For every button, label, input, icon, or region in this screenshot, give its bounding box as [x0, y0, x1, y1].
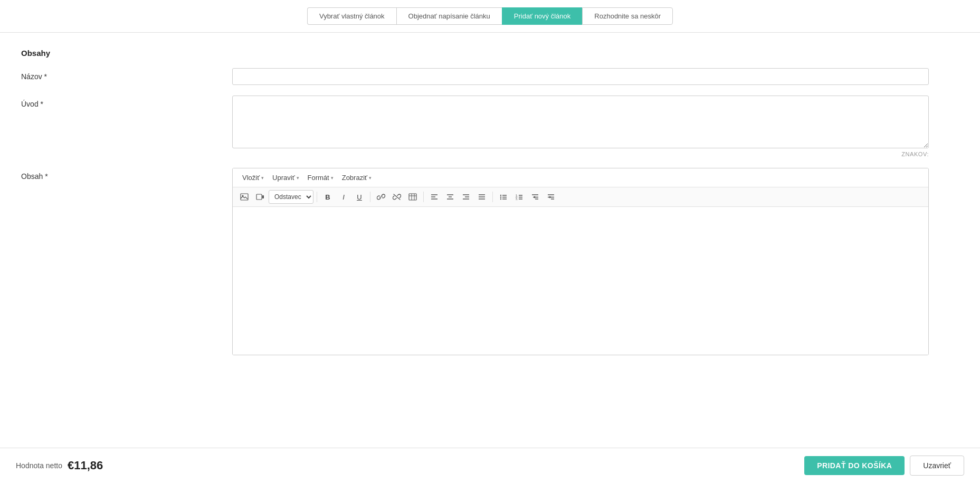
- rte-justify-button[interactable]: [474, 190, 489, 204]
- rte-separator-3: [423, 192, 424, 202]
- znakov-label: ZNAKOV:: [232, 151, 929, 157]
- section-title: Obsahy: [21, 49, 929, 58]
- svg-point-24: [500, 198, 501, 200]
- rte-menu-upravit-label: Upraviť: [272, 174, 294, 182]
- svg-point-23: [500, 196, 501, 197]
- svg-point-22: [500, 195, 501, 196]
- tab-vybrat[interactable]: Vybrať vlastný článok: [307, 7, 396, 25]
- svg-line-5: [394, 194, 400, 200]
- rte-menu-zobrazit-label: Zobraziť: [342, 174, 367, 182]
- svg-rect-2: [256, 194, 262, 200]
- obsah-row: Obsah * Vložiť ▾ Upraviť ▾ Formát ▾: [21, 168, 929, 355]
- upravit-arrow: ▾: [297, 175, 299, 181]
- rte-align-left-button[interactable]: [427, 190, 442, 204]
- add-to-cart-button[interactable]: PRIDAŤ DO KOŠÍKA: [804, 456, 905, 475]
- rte-bullet-list-button[interactable]: [496, 190, 511, 204]
- price-section: Hodnota netto €11,86: [16, 459, 103, 472]
- tab-rozhodnut[interactable]: Rozhodnite sa neskôr: [582, 7, 673, 25]
- rte-menubar: Vložiť ▾ Upraviť ▾ Formát ▾ Zobraziť ▾: [233, 168, 928, 187]
- obsah-field: Vložiť ▾ Upraviť ▾ Formát ▾ Zobraziť ▾: [232, 168, 929, 355]
- tab-objednat[interactable]: Objednať napísanie článku: [396, 7, 502, 25]
- rte-align-right-button[interactable]: [459, 190, 473, 204]
- nazov-label: Názov *: [21, 68, 232, 81]
- uvod-row: Úvod * ZNAKOV:: [21, 96, 929, 157]
- rte-align-center-button[interactable]: [443, 190, 458, 204]
- rte-menu-vlozit-label: Vložiť: [242, 174, 260, 182]
- rte-toolbar: Odstavec B I U: [233, 187, 928, 207]
- close-button[interactable]: Uzavrieť: [910, 456, 964, 476]
- bottom-bar: Hodnota netto €11,86 PRIDAŤ DO KOŠÍKA Uz…: [0, 448, 980, 483]
- rte-bold-button[interactable]: B: [320, 190, 335, 204]
- svg-rect-3: [262, 195, 264, 198]
- nazov-input[interactable]: [232, 68, 929, 85]
- top-tab-bar: Vybrať vlastný článok Objednať napísanie…: [0, 0, 980, 33]
- netto-label: Hodnota netto: [16, 461, 62, 470]
- rte-table-button[interactable]: [405, 190, 420, 204]
- rte-italic-button[interactable]: I: [336, 190, 351, 204]
- rte-menu-format-label: Formát: [308, 174, 329, 182]
- rte-menu-format[interactable]: Formát ▾: [303, 172, 338, 184]
- uvod-input[interactable]: [232, 96, 929, 148]
- tab-pridat[interactable]: Pridať nový článok: [502, 7, 583, 25]
- rte-container: Vložiť ▾ Upraviť ▾ Formát ▾ Zobraziť ▾: [232, 168, 929, 355]
- rte-unlink-button[interactable]: [389, 190, 404, 204]
- format-arrow: ▾: [331, 175, 334, 181]
- rte-underline-button[interactable]: U: [352, 190, 367, 204]
- rte-ordered-list-button[interactable]: 1.2.3.: [512, 190, 527, 204]
- svg-line-4: [380, 196, 383, 198]
- rte-outdent-button[interactable]: [528, 190, 543, 204]
- netto-price: €11,86: [68, 459, 103, 472]
- rte-separator-4: [492, 192, 493, 202]
- svg-rect-6: [409, 194, 416, 200]
- main-content: Obsahy Názov * Úvod * ZNAKOV: Obsah * Vl…: [0, 33, 950, 419]
- rte-insert-media-button[interactable]: [253, 190, 268, 204]
- uvod-field: ZNAKOV:: [232, 96, 929, 157]
- rte-separator-1: [317, 192, 317, 202]
- svg-rect-0: [241, 194, 248, 200]
- rte-menu-vlozit[interactable]: Vložiť ▾: [238, 172, 268, 184]
- svg-text:3.: 3.: [516, 197, 518, 201]
- rte-body[interactable]: [233, 207, 928, 355]
- zobrazit-arrow: ▾: [369, 175, 372, 181]
- rte-link-button[interactable]: [374, 190, 388, 204]
- obsah-label: Obsah *: [21, 168, 232, 181]
- rte-paragraph-style-select[interactable]: Odstavec: [269, 190, 313, 204]
- rte-menu-zobrazit[interactable]: Zobraziť ▾: [338, 172, 376, 184]
- nazov-field: [232, 68, 929, 85]
- rte-separator-2: [370, 192, 370, 202]
- rte-insert-image-button[interactable]: [237, 190, 252, 204]
- uvod-label: Úvod *: [21, 96, 232, 108]
- bottom-actions: PRIDAŤ DO KOŠÍKA Uzavrieť: [804, 456, 964, 476]
- rte-menu-upravit[interactable]: Upraviť ▾: [268, 172, 303, 184]
- nazov-row: Názov *: [21, 68, 929, 85]
- vlozit-arrow: ▾: [261, 175, 264, 181]
- rte-indent-button[interactable]: [544, 190, 558, 204]
